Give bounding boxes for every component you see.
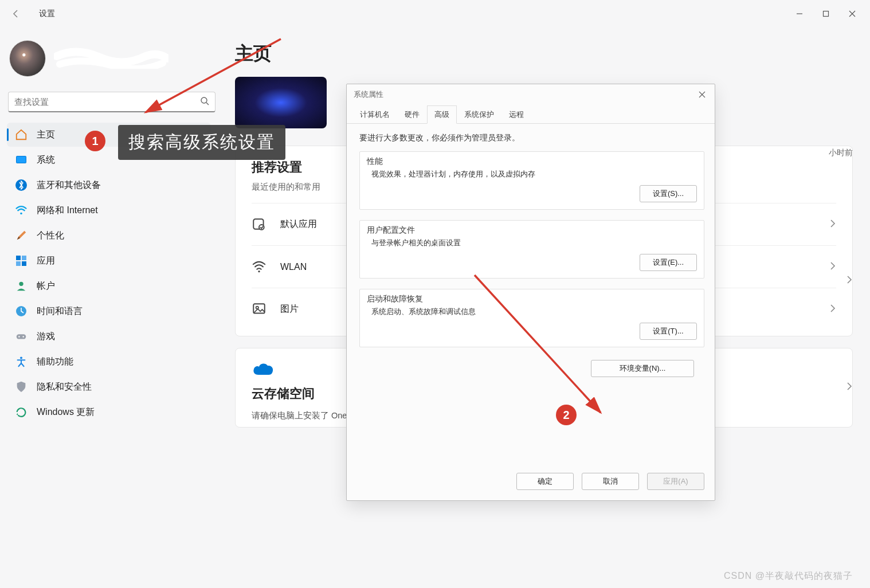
nav-accessibility[interactable]: 辅助功能 xyxy=(7,350,211,374)
chevron-right-icon xyxy=(846,275,853,287)
sidebar: 主页 系统 蓝牙和其他设备 网络和 Internet 个性化 应用 xyxy=(0,28,218,588)
apply-button[interactable]: 应用(A) xyxy=(647,473,704,490)
search-icon xyxy=(200,96,209,108)
nav-apps[interactable]: 应用 xyxy=(7,249,211,273)
nav-label: 时间和语言 xyxy=(37,305,83,317)
group-performance: 性能 视觉效果，处理器计划，内存使用，以及虚拟内存 设置(S)... xyxy=(359,151,704,210)
svg-point-17 xyxy=(20,357,22,359)
right-meta-text: 小时前 xyxy=(829,148,853,158)
group-title: 用户配置文件 xyxy=(367,225,697,236)
tab-hardware[interactable]: 硬件 xyxy=(397,105,427,124)
svg-rect-10 xyxy=(16,261,21,266)
annotation-badge-2: 2 xyxy=(556,405,577,425)
app-title: 设置 xyxy=(39,9,55,19)
environment-variables-button[interactable]: 环境变量(N)... xyxy=(591,360,694,377)
group-desc: 与登录帐户相关的桌面设置 xyxy=(371,238,697,248)
close-button[interactable] xyxy=(839,5,865,23)
svg-rect-11 xyxy=(22,261,26,266)
chevron-right-icon xyxy=(846,382,853,393)
svg-point-20 xyxy=(258,271,260,272)
chevron-right-icon xyxy=(829,261,836,273)
nav-label: 游戏 xyxy=(37,331,55,343)
group-user-profile: 用户配置文件 与登录帐户相关的桌面设置 设置(E)... xyxy=(359,220,704,279)
svg-point-12 xyxy=(19,282,23,286)
profile-block[interactable] xyxy=(7,34,211,88)
accessibility-icon xyxy=(15,355,28,368)
system-icon xyxy=(15,154,28,166)
profile-settings-button[interactable]: 设置(E)... xyxy=(640,254,697,271)
nav-label: 网络和 Internet xyxy=(37,205,98,217)
nav-gaming[interactable]: 游戏 xyxy=(7,324,211,348)
nav-accounts[interactable]: 帐户 xyxy=(7,274,211,298)
wifi-icon xyxy=(15,204,28,217)
page-title: 主页 xyxy=(235,41,853,66)
nav-privacy[interactable]: 隐私和安全性 xyxy=(7,375,211,399)
svg-rect-14 xyxy=(17,334,26,339)
update-icon xyxy=(15,406,28,418)
dialog-tabs: 计算机名 硬件 高级 系统保护 远程 xyxy=(347,104,715,124)
tab-advanced[interactable]: 高级 xyxy=(427,105,457,124)
wifi-row-icon xyxy=(252,259,268,275)
nav-label: 应用 xyxy=(37,255,55,267)
nav-windows-update[interactable]: Windows 更新 xyxy=(7,400,211,424)
svg-rect-5 xyxy=(17,156,26,163)
hero-preview-card[interactable] xyxy=(235,77,327,128)
nav-network[interactable]: 网络和 Internet xyxy=(7,198,211,222)
svg-point-7 xyxy=(20,213,22,215)
group-desc: 系统启动、系统故障和调试信息 xyxy=(371,307,697,317)
bluetooth-icon xyxy=(15,179,28,191)
svg-point-2 xyxy=(201,97,207,103)
avatar xyxy=(9,40,46,77)
pictures-icon xyxy=(252,301,268,317)
svg-line-3 xyxy=(206,103,209,105)
dialog-close-button[interactable] xyxy=(695,88,709,101)
tab-system-protection[interactable]: 系统保护 xyxy=(457,105,501,124)
home-icon xyxy=(15,128,28,141)
brush-icon xyxy=(15,229,28,242)
watermark: CSDN @半夜敲代码的夜猫子 xyxy=(724,570,853,582)
nav-time-language[interactable]: 时间和语言 xyxy=(7,299,211,323)
minimize-button[interactable] xyxy=(786,5,813,23)
annotation-tooltip: 搜索高级系统设置 xyxy=(118,125,285,160)
group-title: 性能 xyxy=(367,156,697,167)
nav-personalization[interactable]: 个性化 xyxy=(7,224,211,248)
gaming-icon xyxy=(15,330,28,343)
timelang-icon xyxy=(15,305,28,317)
annotation-badge-1: 1 xyxy=(85,131,105,151)
nav-bluetooth[interactable]: 蓝牙和其他设备 xyxy=(7,173,211,197)
svg-point-16 xyxy=(22,336,23,337)
search-input[interactable] xyxy=(14,97,200,107)
nav-label: 蓝牙和其他设备 xyxy=(37,179,101,191)
group-title: 启动和故障恢复 xyxy=(367,294,697,304)
nav-list: 主页 系统 蓝牙和其他设备 网络和 Internet 个性化 应用 xyxy=(7,123,211,424)
system-properties-dialog: 系统属性 计算机名 硬件 高级 系统保护 远程 要进行大多数更改，你必须作为管理… xyxy=(346,84,715,501)
nav-label: 主页 xyxy=(37,129,55,141)
group-desc: 视觉效果，处理器计划，内存使用，以及虚拟内存 xyxy=(371,169,697,179)
startup-settings-button[interactable]: 设置(T)... xyxy=(640,323,697,340)
chevron-right-icon xyxy=(829,219,836,230)
nav-label: Windows 更新 xyxy=(37,406,95,418)
cancel-button[interactable]: 取消 xyxy=(582,473,639,490)
apps-icon xyxy=(15,254,28,267)
group-startup-recovery: 启动和故障恢复 系统启动、系统故障和调试信息 设置(T)... xyxy=(359,289,704,347)
default-apps-icon xyxy=(252,217,268,233)
search-box[interactable] xyxy=(8,92,215,112)
tab-computer-name[interactable]: 计算机名 xyxy=(352,105,397,124)
admin-note: 要进行大多数更改，你必须作为管理员登录。 xyxy=(359,133,704,143)
perf-settings-button[interactable]: 设置(S)... xyxy=(640,185,697,202)
profile-name-redacted xyxy=(54,46,168,69)
account-icon xyxy=(15,280,28,292)
maximize-button[interactable] xyxy=(813,5,839,23)
shield-icon xyxy=(15,381,28,393)
back-button[interactable] xyxy=(5,2,28,25)
titlebar: 设置 xyxy=(0,0,870,28)
svg-point-15 xyxy=(18,336,19,337)
ok-button[interactable]: 确定 xyxy=(516,473,574,490)
nav-label: 隐私和安全性 xyxy=(37,381,92,393)
tab-remote[interactable]: 远程 xyxy=(501,105,531,124)
svg-rect-1 xyxy=(824,11,829,17)
svg-rect-8 xyxy=(16,256,21,260)
dialog-title: 系统属性 xyxy=(354,89,695,100)
nav-label: 辅助功能 xyxy=(37,356,73,368)
nav-label: 系统 xyxy=(37,154,55,166)
